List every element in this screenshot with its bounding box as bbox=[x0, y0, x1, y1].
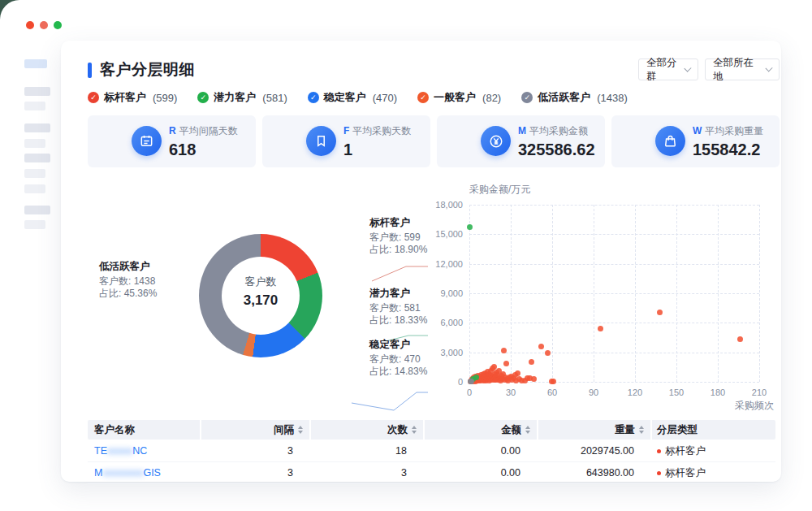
sort-icon[interactable] bbox=[298, 426, 303, 434]
check-circle-icon: ✓ bbox=[521, 92, 533, 103]
cell-times: 18 bbox=[311, 445, 425, 457]
segment-dot-icon bbox=[657, 471, 661, 475]
table-header: 客户名称 间隔 次数 金额 重量 分层类型 bbox=[88, 420, 775, 440]
cell-amount: 0.00 bbox=[425, 467, 538, 479]
scatter-point bbox=[501, 348, 507, 353]
cell-interval: 3 bbox=[201, 467, 311, 479]
filter-location-label: 全部所在地 bbox=[713, 56, 758, 84]
gridline bbox=[469, 323, 759, 323]
chevron-down-icon bbox=[685, 65, 692, 72]
gridline bbox=[469, 205, 470, 382]
cell-segment: 标杆客户 bbox=[652, 466, 775, 480]
bookmark-icon bbox=[306, 126, 336, 156]
scatter-point bbox=[737, 336, 743, 342]
y-tick-label: 12,000 bbox=[411, 259, 463, 269]
zoom-window-icon[interactable] bbox=[54, 21, 62, 29]
gridline bbox=[469, 234, 759, 235]
legend-item-low-active[interactable]: ✓ 低活跃客户 (1438) bbox=[521, 90, 628, 105]
column-header-name[interactable]: 客户名称 bbox=[88, 420, 201, 440]
stat-card-frequency: F平均采购天数 1 bbox=[262, 115, 430, 167]
gridline bbox=[759, 205, 760, 382]
callout-low-active: 低活跃客户 客户数: 1438 占比: 45.36% bbox=[99, 260, 157, 300]
dashboard-panel: 客户分层明细 全部分群 全部所在地 ✓ 标杆客户 (599) ✓ 潜力客户 (5… bbox=[61, 41, 781, 482]
check-circle-icon: ✓ bbox=[197, 92, 209, 103]
x-tick-label: 60 bbox=[536, 388, 568, 397]
legend-item-general[interactable]: ✓ 一般客户 (82) bbox=[417, 90, 501, 105]
sidebar-skeleton-bar bbox=[24, 87, 50, 96]
check-circle-icon: ✓ bbox=[88, 92, 99, 103]
column-header-times[interactable]: 次数 bbox=[311, 420, 425, 440]
gridline bbox=[469, 353, 759, 353]
scatter-x-axis-title: 采购频次 bbox=[735, 399, 774, 413]
x-tick-label: 180 bbox=[702, 388, 734, 397]
column-header-segment[interactable]: 分层类型 bbox=[652, 420, 775, 440]
scatter-point bbox=[467, 224, 473, 230]
check-circle-icon: ✓ bbox=[417, 92, 429, 103]
customer-name-link[interactable]: MxxxxxxxxGIS bbox=[88, 467, 201, 479]
x-tick-label: 120 bbox=[619, 388, 651, 397]
scatter-point bbox=[657, 310, 663, 315]
table-row[interactable]: TExxxxxNC 3 18 0.00 2029745.00 标杆客户 bbox=[88, 440, 775, 462]
sidebar-skeleton-bar bbox=[24, 206, 50, 214]
scatter-point bbox=[551, 379, 556, 384]
y-tick-label: 18,000 bbox=[411, 200, 463, 210]
stat-value: 325586.62 bbox=[518, 141, 595, 159]
x-tick-label: 210 bbox=[743, 388, 775, 397]
gridline bbox=[635, 205, 636, 382]
scatter-point bbox=[598, 326, 603, 331]
scatter-plot bbox=[469, 205, 759, 382]
redacted-text: xxxxx bbox=[107, 445, 132, 457]
column-header-amount[interactable]: 金额 bbox=[425, 420, 538, 440]
sidebar-skeleton-bar-active bbox=[24, 59, 47, 68]
callout-stable: 稳定客户 客户数: 470 占比: 14.83% bbox=[369, 338, 427, 378]
customer-name-link[interactable]: TExxxxxNC bbox=[88, 445, 201, 457]
sort-icon[interactable] bbox=[639, 426, 644, 434]
x-tick-label: 90 bbox=[577, 388, 610, 397]
x-tick-label: 150 bbox=[660, 388, 693, 397]
scatter-y-axis-title: 采购金额/万元 bbox=[469, 183, 530, 197]
column-header-interval[interactable]: 间隔 bbox=[201, 420, 311, 440]
gridline bbox=[469, 264, 759, 265]
legend-item-stable[interactable]: ✓ 稳定客户 (470) bbox=[308, 90, 397, 105]
sidebar-skeleton-bar bbox=[24, 139, 45, 148]
gridline bbox=[676, 205, 677, 382]
window-controls bbox=[26, 21, 62, 29]
sidebar-skeleton-bar bbox=[24, 123, 50, 132]
filter-group-label: 全部分群 bbox=[646, 56, 677, 84]
minimize-window-icon[interactable] bbox=[40, 21, 48, 29]
chevron-down-icon bbox=[765, 64, 772, 71]
sort-icon[interactable] bbox=[412, 426, 417, 434]
app-window: 客户分层明细 全部分群 全部所在地 ✓ 标杆客户 (599) ✓ 潜力客户 (5… bbox=[0, 0, 812, 511]
segment-dot-icon bbox=[657, 449, 661, 453]
gridline bbox=[594, 205, 594, 382]
scatter-point bbox=[545, 350, 551, 356]
y-tick-label: 6,000 bbox=[411, 318, 463, 327]
filter-location-select[interactable]: 全部所在地 bbox=[705, 58, 780, 80]
y-tick-label: 9,000 bbox=[411, 288, 463, 298]
cell-weight: 2029745.00 bbox=[538, 445, 652, 457]
cell-times: 3 bbox=[311, 467, 425, 479]
legend-item-benchmark[interactable]: ✓ 标杆客户 (599) bbox=[88, 90, 177, 105]
column-header-weight[interactable]: 重量 bbox=[538, 420, 652, 440]
scatter-point bbox=[529, 359, 534, 365]
close-window-icon[interactable] bbox=[26, 21, 34, 29]
stat-value: 155842.2 bbox=[693, 141, 763, 159]
x-tick-label: 0 bbox=[453, 388, 486, 397]
gridline bbox=[469, 205, 759, 206]
stat-card-recency: R平均间隔天数 618 bbox=[88, 115, 256, 167]
table-row[interactable]: MxxxxxxxxGIS 3 3 0.00 643980.00 标杆客户 bbox=[88, 462, 775, 484]
legend-item-potential[interactable]: ✓ 潜力客户 (581) bbox=[197, 90, 287, 105]
segment-legend: ✓ 标杆客户 (599) ✓ 潜力客户 (581) ✓ 稳定客户 (470) ✓… bbox=[88, 90, 628, 105]
donut-center: 客户数 3,170 bbox=[199, 275, 322, 309]
yen-coin-icon bbox=[481, 126, 511, 156]
sort-icon[interactable] bbox=[525, 426, 530, 434]
bag-icon bbox=[655, 126, 685, 156]
redacted-text: xxxxxxxx bbox=[102, 467, 143, 479]
sidebar-skeleton-bar bbox=[24, 220, 45, 229]
filter-group-select[interactable]: 全部分群 bbox=[638, 58, 698, 80]
scatter-point bbox=[531, 376, 537, 382]
stat-card-weight: W平均采购重量 155842.2 bbox=[611, 115, 780, 167]
sidebar-skeleton-bar bbox=[24, 154, 50, 162]
gridline bbox=[469, 293, 759, 294]
y-tick-label: 3,000 bbox=[411, 348, 463, 357]
